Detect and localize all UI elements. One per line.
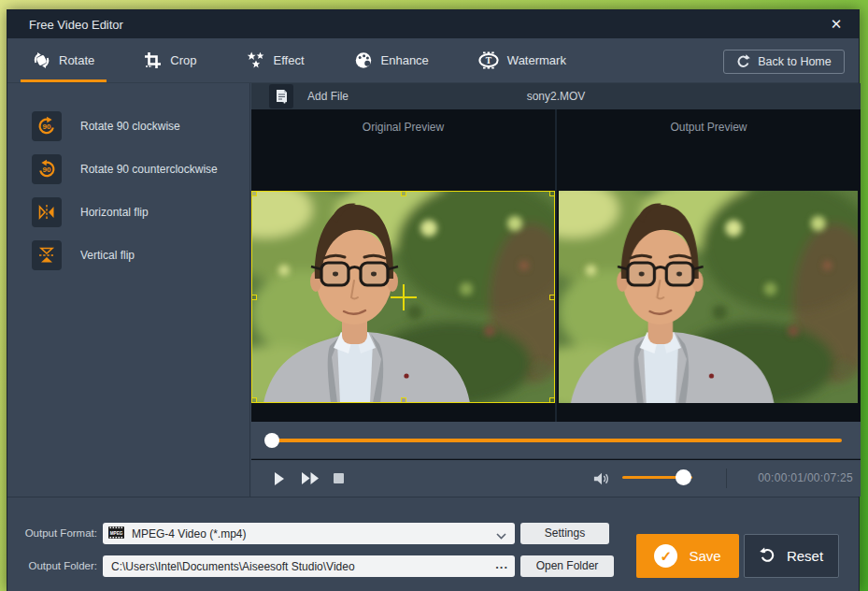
divider: [726, 468, 727, 488]
seek-track[interactable]: [271, 439, 842, 442]
tab-rotate[interactable]: Rotate: [21, 38, 107, 82]
selection-handle[interactable]: [251, 295, 257, 300]
time-display: 00:00:01/00:07:25: [758, 460, 853, 497]
chevron-down-icon: [496, 529, 506, 542]
settings-button[interactable]: Settings: [520, 523, 609, 544]
output-format-dropdown[interactable]: MPEG MPEG-4 Video (*.mp4): [103, 523, 515, 544]
output-folder-value: C:\Users\Intel\Documents\Aiseesoft Studi…: [111, 560, 355, 573]
file-bar: Add File sony2.MOV: [251, 83, 861, 109]
mpeg-format-icon: MPEG: [108, 526, 124, 541]
output-video-frame: [559, 191, 858, 403]
selection-handle[interactable]: [401, 191, 406, 196]
tab-crop[interactable]: Crop: [132, 38, 208, 82]
sidebar-item-rotate-90-counterclockwise[interactable]: 90 Rotate 90 counterclockwise: [7, 154, 249, 184]
center-crosshair-icon: [403, 284, 405, 310]
app-window: Free Video Editor ✕ Rotate Crop Effect E…: [7, 9, 860, 591]
tab-label: Enhance: [381, 53, 429, 67]
reset-icon: [760, 546, 776, 566]
rotate-icon: [33, 51, 50, 69]
sidebar-item-label: Rotate 90 counterclockwise: [80, 163, 218, 176]
svg-text:90: 90: [43, 123, 51, 131]
output-panel: Output Format: MPEG MPEG-4 Video (*.mp4)…: [7, 497, 859, 591]
browse-folder-button[interactable]: ...: [495, 555, 508, 577]
original-preview-pane: Original Preview: [251, 109, 555, 422]
output-folder-label: Output Folder:: [17, 555, 97, 577]
palette-icon: [354, 51, 373, 69]
tab-effect[interactable]: Effect: [235, 38, 317, 82]
open-folder-button[interactable]: Open Folder: [520, 555, 614, 577]
back-arrow-icon: [736, 53, 750, 70]
reset-button[interactable]: Reset: [744, 534, 839, 578]
tab-enhance[interactable]: Enhance: [342, 38, 441, 82]
tab-label: Effect: [274, 53, 305, 67]
play-button[interactable]: [270, 460, 289, 497]
preview-area: Add File sony2.MOV Original Preview: [251, 83, 861, 497]
tab-label: Watermark: [507, 53, 566, 67]
tab-watermark[interactable]: T Watermark: [466, 38, 578, 82]
back-to-home-button[interactable]: Back to Home: [723, 50, 845, 74]
sidebar-item-label: Vertical flip: [80, 249, 135, 262]
save-button[interactable]: ✓ Save: [636, 534, 739, 578]
output-format-value: MPEG-4 Video (*.mp4): [132, 527, 247, 541]
seek-handle[interactable]: [264, 433, 279, 448]
loaded-filename: sony2.MOV: [251, 83, 861, 109]
svg-text:90: 90: [43, 166, 51, 174]
svg-text:MPEG: MPEG: [110, 530, 123, 535]
rotate-90-counterclockwise-icon: 90: [32, 154, 62, 184]
original-preview-label: Original Preview: [251, 121, 555, 134]
sidebar-item-horizontal-flip[interactable]: Horizontal flip: [7, 197, 249, 227]
back-to-home-label: Back to Home: [758, 55, 832, 68]
seek-bar-row: [251, 422, 861, 459]
volume-handle[interactable]: [676, 469, 691, 485]
svg-text:T: T: [486, 56, 492, 65]
output-preview-label: Output Preview: [557, 121, 861, 134]
sidebar-item-rotate-90-clockwise[interactable]: 90 Rotate 90 clockwise: [7, 111, 249, 141]
save-label: Save: [689, 548, 720, 564]
reset-label: Reset: [787, 548, 823, 564]
fast-forward-button[interactable]: [298, 460, 322, 497]
selection-handle[interactable]: [251, 397, 257, 403]
output-preview-pane: Output Preview: [557, 109, 861, 422]
stars-icon: [247, 51, 265, 69]
sidebar-item-label: Rotate 90 clockwise: [80, 120, 180, 133]
watermark-icon: T: [478, 51, 499, 69]
selection-handle[interactable]: [401, 397, 406, 403]
sidebar-item-vertical-flip[interactable]: Vertical flip: [7, 240, 249, 270]
rotate-sidebar: 90 Rotate 90 clockwise 90 Rotate 90 coun…: [7, 83, 250, 497]
sidebar-item-label: Horizontal flip: [80, 206, 149, 219]
horizontal-flip-icon: [32, 197, 62, 227]
close-icon[interactable]: ✕: [825, 14, 847, 35]
tab-label: Crop: [170, 53, 196, 67]
stop-button[interactable]: [330, 460, 347, 497]
vertical-flip-icon: [32, 240, 62, 270]
output-format-label: Output Format:: [17, 523, 97, 544]
window-title: Free Video Editor: [7, 18, 123, 32]
titlebar: Free Video Editor ✕: [7, 10, 859, 38]
selection-handle[interactable]: [251, 191, 257, 196]
playback-controls: 00:00:01/00:07:25: [251, 460, 861, 497]
tab-label: Rotate: [59, 53, 94, 67]
output-folder-field[interactable]: C:\Users\Intel\Documents\Aiseesoft Studi…: [103, 555, 515, 577]
check-icon: ✓: [654, 544, 677, 568]
previews: Original Preview Output Preview: [251, 109, 861, 422]
volume-icon[interactable]: [590, 460, 612, 497]
crop-icon: [144, 51, 162, 69]
crop-selection-overlay: [251, 191, 555, 403]
rotate-90-clockwise-icon: 90: [32, 111, 62, 141]
